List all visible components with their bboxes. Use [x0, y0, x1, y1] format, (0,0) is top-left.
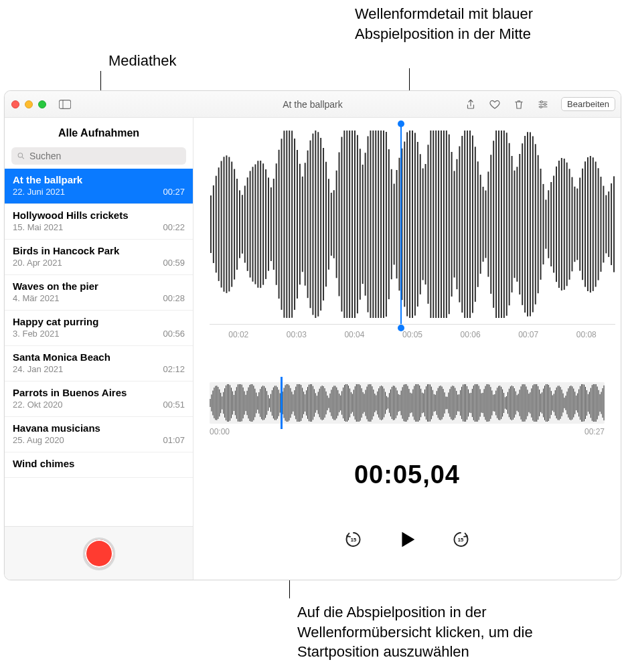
svg-point-4 [540, 106, 542, 108]
settings-button[interactable] [537, 98, 549, 110]
search-field[interactable] [11, 147, 186, 165]
callout-mediathek: Mediathek [108, 51, 177, 71]
time-tick: 00:08 [557, 324, 615, 348]
titlebar: At the ballpark Bearbeiten [5, 91, 621, 118]
recording-date: 3. Feb 2021 [13, 329, 59, 339]
time-tick: 00:06 [441, 324, 499, 348]
svg-rect-0 [59, 100, 70, 108]
time-tick: 00:02 [210, 324, 268, 348]
svg-point-2 [540, 100, 542, 102]
overview-end-time: 00:27 [584, 427, 605, 436]
recording-item[interactable]: Havana musicians25. Aug 202001:07 [5, 417, 193, 452]
recording-name: Hollywood Hills crickets [13, 209, 185, 221]
svg-text:15: 15 [458, 537, 463, 543]
record-button[interactable] [83, 537, 115, 570]
time-tick: 00:07 [499, 324, 558, 348]
record-bar [5, 526, 193, 580]
skip-forward-icon: 15 [451, 529, 471, 550]
playhead-overview[interactable] [281, 377, 283, 429]
recording-name: Havana musicians [13, 422, 185, 434]
recording-duration: 02:12 [163, 364, 185, 374]
skip-back-button[interactable]: 15 [343, 529, 364, 552]
recording-name: Birds in Hancock Park [13, 245, 185, 256]
recording-name: Wind chimes [13, 458, 185, 469]
recording-duration: 01:07 [163, 435, 185, 445]
favorite-button[interactable] [489, 98, 501, 110]
waveform-detail-svg [210, 127, 615, 321]
play-button[interactable] [396, 528, 418, 553]
recording-duration: 00:27 [163, 187, 185, 197]
heart-icon [489, 98, 501, 110]
current-time-display: 00:05,04 [193, 460, 621, 489]
recordings-list: At the ballpark22. Juni 202100:27Hollywo… [5, 169, 193, 526]
sidebar-icon [59, 100, 71, 109]
recording-item[interactable]: Parrots in Buenos Aires22. Okt 202000:51 [5, 382, 193, 417]
waveform-detail[interactable]: 00:0200:0300:0400:0500:0600:0700:08 [210, 127, 615, 348]
zoom-window-button[interactable] [38, 100, 46, 108]
trash-icon [513, 98, 525, 110]
search-icon [17, 151, 25, 161]
recording-name: Santa Monica Beach [13, 351, 185, 363]
time-tick: 00:04 [325, 324, 384, 348]
recording-item[interactable]: Waves on the pier4. Mär 202100:28 [5, 275, 193, 311]
sidebar-title: Alle Aufnahmen [5, 118, 193, 147]
recording-duration: 00:22 [163, 222, 185, 232]
skip-back-icon: 15 [343, 529, 364, 550]
recording-name: Happy cat purring [13, 316, 185, 327]
svg-text:15: 15 [351, 537, 356, 543]
recording-date: 25. Aug 2020 [13, 435, 64, 445]
edit-button[interactable]: Bearbeiten [561, 97, 615, 111]
recording-duration: 00:28 [163, 293, 185, 303]
recording-date: 22. Juni 2021 [13, 187, 65, 197]
toggle-sidebar-button[interactable] [57, 98, 73, 111]
share-button[interactable] [465, 98, 477, 110]
sidebar: Alle Aufnahmen At the ballpark22. Juni 2… [5, 118, 193, 580]
recording-item[interactable]: Happy cat purring3. Feb 202100:56 [5, 311, 193, 346]
recording-name: Parrots in Buenos Aires [13, 387, 185, 398]
svg-point-5 [18, 153, 22, 157]
recording-name: At the ballpark [13, 174, 185, 185]
sliders-icon [537, 98, 549, 110]
share-icon [465, 98, 477, 110]
main-panel: 00:0200:0300:0400:0500:0600:0700:08 00:0… [193, 118, 621, 580]
recording-date: 24. Jan 2021 [13, 364, 63, 374]
waveform-overview-svg [210, 382, 605, 424]
app-window: At the ballpark Bearbeiten Alle Aufnahme… [4, 90, 621, 580]
recording-date: 22. Okt 2020 [13, 400, 62, 410]
recording-duration: 00:59 [163, 258, 185, 268]
recording-item[interactable]: Hollywood Hills crickets15. Mai 202100:2… [5, 204, 193, 240]
waveform-overview[interactable] [210, 382, 605, 424]
close-window-button[interactable] [11, 100, 19, 108]
svg-line-6 [22, 157, 24, 159]
recording-item[interactable]: At the ballpark22. Juni 202100:27 [5, 169, 193, 204]
recording-item[interactable]: Santa Monica Beach24. Jan 202102:12 [5, 346, 193, 382]
playhead-detail[interactable] [400, 124, 402, 327]
svg-point-3 [544, 103, 546, 105]
recording-duration: 00:51 [163, 400, 185, 410]
playback-controls: 15 15 [193, 528, 621, 553]
minimize-window-button[interactable] [25, 100, 33, 108]
recording-item[interactable]: Wind chimes [5, 452, 193, 478]
callout-overview-playhead: Auf die Abspielposition in der Wellenfor… [297, 602, 605, 662]
time-tick: 00:03 [268, 324, 326, 348]
recording-duration: 00:56 [163, 329, 185, 339]
window-controls [11, 100, 46, 108]
recording-date: 20. Apr 2021 [13, 258, 62, 268]
play-icon [396, 528, 418, 551]
recording-item[interactable]: Birds in Hancock Park20. Apr 202100:59 [5, 240, 193, 275]
skip-forward-button[interactable]: 15 [451, 529, 471, 552]
delete-button[interactable] [513, 98, 525, 110]
time-scale: 00:0200:0300:0400:0500:0600:0700:08 [210, 324, 615, 348]
search-input[interactable] [29, 151, 181, 161]
recording-date: 4. Mär 2021 [13, 293, 59, 303]
recording-name: Waves on the pier [13, 280, 185, 292]
callout-waveform-detail: Wellenformdetail mit blauer Abspielposit… [355, 4, 596, 44]
time-tick: 00:05 [384, 324, 442, 348]
overview-start-time: 00:00 [210, 427, 230, 436]
recording-date: 15. Mai 2021 [13, 222, 63, 232]
